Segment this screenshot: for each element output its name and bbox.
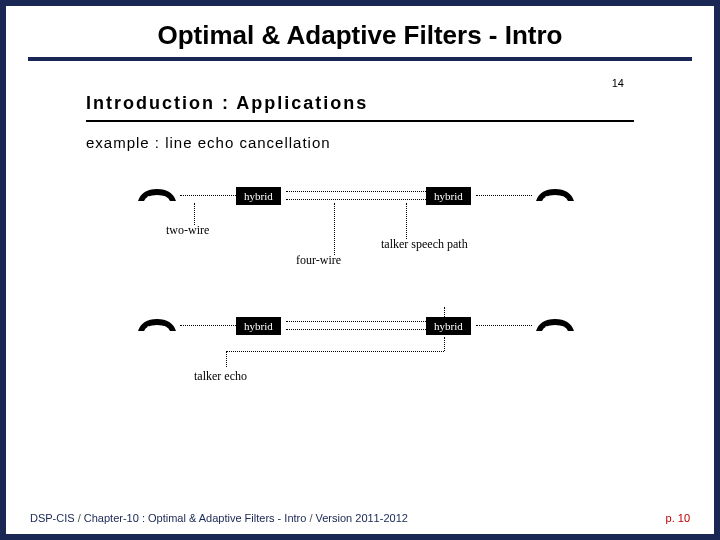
footer-version: Version 2011-2012 [316, 512, 408, 524]
guide-line [444, 307, 445, 317]
embedded-heading: Introduction : Applications [76, 71, 644, 118]
wire [476, 195, 532, 196]
label-talker-speech: talker speech path [381, 237, 468, 252]
wire [180, 195, 236, 196]
guide-line [406, 203, 407, 239]
embedded-page: 14 Introduction : Applications example :… [76, 71, 644, 471]
title-divider [28, 57, 692, 61]
svg-line-7 [562, 326, 564, 331]
guide-line [444, 337, 445, 351]
footer-sep: / [306, 512, 315, 524]
phone-icon [534, 187, 576, 203]
wire [476, 325, 532, 326]
svg-line-0 [148, 196, 150, 201]
embedded-page-number: 14 [612, 77, 624, 89]
svg-line-2 [546, 196, 548, 201]
svg-line-6 [546, 326, 548, 331]
svg-line-5 [164, 326, 166, 331]
svg-line-4 [148, 326, 150, 331]
svg-line-3 [562, 196, 564, 201]
hybrid-block: hybrid [426, 317, 471, 335]
hybrid-block: hybrid [426, 187, 471, 205]
guide-line [334, 203, 335, 255]
hybrid-block: hybrid [236, 187, 281, 205]
slide-title: Optimal & Adaptive Filters - Intro [6, 6, 714, 57]
wire [286, 199, 426, 200]
footer-page-number: p. 10 [666, 512, 690, 524]
label-two-wire: two-wire [166, 223, 209, 238]
hybrid-block: hybrid [236, 317, 281, 335]
footer-chapter: Chapter-10 : Optimal & Adaptive Filters … [84, 512, 307, 524]
diagram: hybrid hybrid two-wire four-wire talker … [76, 159, 644, 439]
phone-icon [534, 317, 576, 333]
wire [286, 329, 426, 330]
slide-frame: Optimal & Adaptive Filters - Intro 14 In… [6, 6, 714, 534]
wire [180, 325, 236, 326]
footer-course: DSP-CIS [30, 512, 75, 524]
embedded-subheading: example : line echo cancellation [76, 130, 644, 159]
guide-line [226, 351, 444, 352]
embedded-divider [86, 120, 634, 122]
wire [286, 191, 426, 192]
guide-line [194, 203, 195, 225]
guide-line [226, 351, 227, 367]
slide-footer: DSP-CIS / Chapter-10 : Optimal & Adaptiv… [30, 512, 690, 524]
svg-line-1 [164, 196, 166, 201]
wire [286, 321, 426, 322]
footer-sep: / [75, 512, 84, 524]
phone-icon [136, 187, 178, 203]
label-four-wire: four-wire [296, 253, 341, 268]
label-talker-echo: talker echo [194, 369, 247, 384]
phone-icon [136, 317, 178, 333]
footer-left: DSP-CIS / Chapter-10 : Optimal & Adaptiv… [30, 512, 408, 524]
